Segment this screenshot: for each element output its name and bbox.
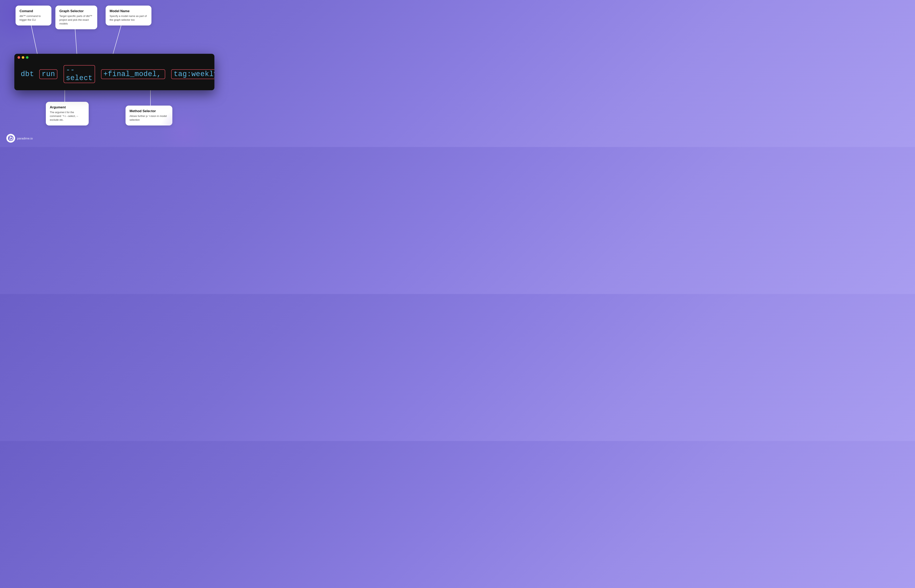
card-model: Model Name Specify a model name as part … — [106, 6, 152, 26]
card-method-desc: Allows further precision in model select… — [129, 114, 168, 122]
card-graph-title: Graph Selector — [59, 9, 93, 13]
page-container: Comand dbt™ command to trigger the CLI G… — [0, 0, 229, 147]
card-command-title: Comand — [19, 9, 47, 13]
terminal-content: dbt run --select +final_model, tag:weekl… — [15, 61, 214, 90]
footer-logo: paradime.io — [6, 134, 33, 143]
cmd-tag: tag:weekly — [171, 69, 214, 79]
cmd-run: run — [39, 69, 57, 79]
terminal-titlebar — [15, 54, 214, 61]
card-method-title: Method Selector — [129, 109, 168, 113]
logo-icon — [6, 134, 15, 143]
card-argument-title: Argument — [50, 105, 85, 109]
card-graph: Graph Selector Target specific parts of … — [55, 6, 97, 29]
cmd-select: --select — [63, 65, 95, 83]
terminal-window: dbt run --select +final_model, tag:weekl… — [15, 54, 214, 90]
card-argument: Argument The argument for the command li… — [46, 102, 89, 126]
card-argument-desc: The argument for the command like --sele… — [50, 111, 85, 122]
cmd-dbt: dbt — [21, 70, 34, 78]
dot-minimize[interactable] — [22, 56, 24, 59]
dot-close[interactable] — [18, 56, 20, 59]
card-graph-desc: Target specific parts of dbt™ project an… — [59, 15, 93, 26]
card-command: Comand dbt™ command to trigger the CLI — [16, 6, 52, 26]
brand-label: paradime.io — [17, 137, 33, 140]
cmd-model: +final_model, — [101, 69, 165, 79]
card-command-desc: dbt™ command to trigger the CLI — [19, 15, 47, 22]
svg-point-8 — [10, 136, 11, 137]
card-model-title: Model Name — [110, 9, 147, 13]
card-model-desc: Specify a model name as part of the grap… — [110, 15, 147, 22]
dot-maximize[interactable] — [26, 56, 29, 59]
paradime-logo-svg — [8, 135, 14, 141]
card-method: Method Selector Allows further precision… — [126, 105, 172, 126]
cmd-comma: , — [157, 70, 161, 78]
